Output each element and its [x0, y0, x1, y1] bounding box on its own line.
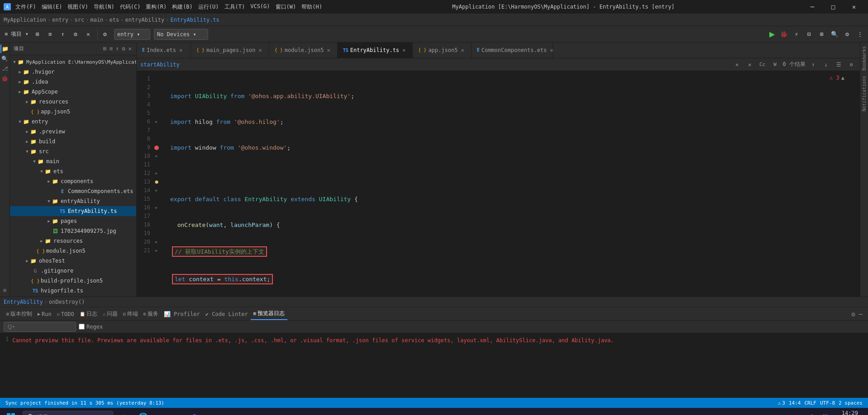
tree-item-gitignore[interactable]: G .gitignore	[10, 266, 136, 276]
search-cc-btn[interactable]: Cc	[758, 60, 768, 70]
status-indent[interactable]: 2 spaces	[837, 400, 864, 406]
sidebar-btn5[interactable]: ✕	[127, 44, 133, 53]
menu-code[interactable]: 代码(C)	[117, 2, 143, 12]
btab-vcs[interactable]: ⊞ 版本控制	[4, 308, 35, 320]
tree-item-appscope[interactable]: ▶ 📁 AppScope	[10, 87, 136, 97]
tab-commoncomp[interactable]: E CommonComponents.ets ✕	[472, 42, 553, 58]
btab-terminal[interactable]: ⊡ 终端	[120, 308, 141, 320]
tree-item-preview[interactable]: ▶ 📁 .preview	[10, 127, 136, 137]
activity-search[interactable]: 🔍	[0, 54, 10, 63]
breadcrumb-part[interactable]: entryAbility	[125, 17, 165, 23]
tree-item-components[interactable]: ▶ 📁 components	[10, 176, 136, 186]
nav-up-btn[interactable]: ↑	[808, 60, 818, 70]
menu-refactor[interactable]: 重构(R)	[143, 2, 169, 12]
taskbar-app-edge[interactable]: 🌐	[135, 409, 151, 415]
activity-git[interactable]: ⎇	[0, 64, 10, 73]
breakpoint-indicator[interactable]	[154, 146, 159, 150]
profile-button[interactable]: ⚡	[791, 29, 802, 40]
log-search-input[interactable]	[4, 322, 76, 332]
search-icon[interactable]: 🔍	[829, 29, 840, 40]
regex-checkbox[interactable]	[79, 324, 85, 330]
tree-item-jpg[interactable]: 🖼 1702344909275.jpg	[10, 226, 136, 236]
status-location[interactable]: 14:4	[787, 400, 803, 406]
search-word-btn[interactable]: W	[770, 60, 780, 70]
btab-problems[interactable]: ⚠ 问题	[100, 308, 120, 320]
breadcrumb-part[interactable]: MyApplication	[4, 17, 46, 23]
tree-item-hvigor[interactable]: ▶ 📁 .hvigor	[10, 67, 136, 77]
toolbar-extra2[interactable]: ⊞	[816, 29, 827, 40]
status-sync[interactable]: Sync project finished in 11 s 305 ms (ye…	[4, 400, 166, 406]
search-prev-icon[interactable]: ✕	[745, 60, 755, 70]
menu-view[interactable]: 视图(V)	[65, 2, 91, 12]
tab-close-icon[interactable]: ✕	[548, 47, 554, 54]
nav-list-btn[interactable]: ☰	[834, 60, 844, 70]
sidebar-btn1[interactable]: ⊞	[102, 44, 108, 53]
menu-run[interactable]: 运行(U)	[196, 2, 222, 12]
run-button[interactable]: ▶	[768, 29, 777, 39]
btab-close[interactable]: ─	[857, 309, 864, 320]
clock[interactable]: 14:29 2023/12/19	[834, 410, 866, 415]
activity-extensions[interactable]: ⚙	[0, 286, 10, 295]
filter-icon[interactable]: ⊘	[846, 60, 856, 70]
tree-item-commoncomp[interactable]: E CommonComponents.ets	[10, 186, 136, 196]
start-button[interactable]	[2, 408, 20, 415]
win-maximize[interactable]: □	[823, 0, 844, 14]
breadcrumb-part[interactable]: main	[90, 17, 103, 23]
activity-folder[interactable]: 📁	[0, 44, 10, 53]
tree-item-idea[interactable]: ▶ 📁 .idea	[10, 77, 136, 87]
bottom-breadcrumb-part1[interactable]: EntryAbility	[4, 299, 43, 305]
btab-run[interactable]: ▶ Run	[35, 309, 54, 319]
btab-settings[interactable]: ⚙	[849, 309, 857, 320]
debug-button[interactable]: 🐞	[778, 29, 789, 40]
menu-nav[interactable]: 导航(N)	[91, 2, 117, 12]
notifications-label[interactable]: Notifications	[861, 74, 868, 113]
menu-edit[interactable]: 编辑(E)	[39, 2, 65, 12]
entry-selector[interactable]: entry ▾	[114, 29, 150, 40]
breadcrumb-current[interactable]: EntryAbility.ts	[170, 17, 219, 23]
tree-item-entryability[interactable]: TS EntryAbility.ts	[10, 206, 136, 216]
tree-item-entryability-folder[interactable]: ▼ 📁 entryAbility	[10, 196, 136, 206]
taskbar-app-vs[interactable]: ⬡	[186, 409, 203, 415]
tree-item-main[interactable]: ▼ 📁 main	[10, 156, 136, 166]
toolbar-btn-settings[interactable]: ⚙	[70, 29, 81, 40]
bottom-breadcrumb-part2[interactable]: onDestroy()	[49, 299, 85, 305]
nav-down-btn[interactable]: ↓	[821, 60, 831, 70]
taskbar-app-terminal[interactable]: ⌨	[204, 409, 220, 415]
status-errors[interactable]: ⚠ 3	[776, 400, 787, 406]
tree-item-appjson[interactable]: { } app.json5	[10, 107, 136, 117]
toolbar-extra1[interactable]: ⊟	[804, 29, 815, 40]
menu-build[interactable]: 构建(B)	[169, 2, 196, 12]
taskbar-search[interactable]: 🔍 搜索	[23, 411, 113, 415]
toolbar-btn-up[interactable]: ↑	[57, 29, 68, 40]
tree-item-modulejson[interactable]: { } module.json5	[10, 246, 136, 256]
tree-item-ohpackage[interactable]: { } oh-package.json5	[10, 296, 136, 297]
code-editor[interactable]: 1 2 3 4 5	[137, 71, 860, 297]
tab-close-icon[interactable]: ✕	[459, 47, 465, 54]
toolbar-btn-layout[interactable]: ⊞	[32, 29, 43, 40]
status-crlf[interactable]: CRLF	[802, 400, 818, 406]
taskbar-app-mail[interactable]: ✉	[152, 409, 168, 415]
toolbar-more[interactable]: ⋮	[854, 29, 865, 40]
tree-item-src[interactable]: ▼ 📁 src	[10, 146, 136, 156]
taskbar-app-cloud[interactable]: ☁	[169, 409, 186, 415]
breadcrumb-part[interactable]: entry	[52, 17, 68, 23]
status-encoding[interactable]: UTF-8	[818, 400, 837, 406]
bookmarks-label[interactable]: Bookmarks	[861, 44, 868, 72]
btab-todo[interactable]: ☑ TODO	[54, 309, 77, 319]
breadcrumb-part[interactable]: src	[75, 17, 85, 23]
tab-close-icon[interactable]: ✕	[178, 47, 184, 54]
toolbar-settings-icon[interactable]: ⚙	[100, 29, 110, 40]
tab-close-icon[interactable]: ✕	[325, 47, 331, 54]
tab-modulejson[interactable]: { } module.json5 ✕	[269, 42, 338, 58]
tree-item-root[interactable]: ▼ 📁 MyApplication E:\HarmonyOS\MyApplica…	[10, 57, 136, 67]
tab-mainpages[interactable]: { } main_pages.json ✕	[191, 42, 269, 58]
error-collapse[interactable]: ▲	[841, 75, 844, 81]
sidebar-btn3[interactable]: ↑	[115, 44, 120, 53]
tab-close-icon[interactable]: ✕	[401, 47, 407, 54]
btab-profiler[interactable]: 📊 Profiler	[161, 309, 203, 319]
tree-item-resources2[interactable]: ▶ 📁 resources	[10, 236, 136, 246]
systray-layout[interactable]: 拼	[820, 412, 830, 415]
tab-entryability[interactable]: TS EntryAbility.ts ✕	[338, 42, 413, 58]
breadcrumb-part[interactable]: ets	[110, 17, 119, 23]
activity-debug[interactable]: 🐞	[0, 74, 10, 83]
